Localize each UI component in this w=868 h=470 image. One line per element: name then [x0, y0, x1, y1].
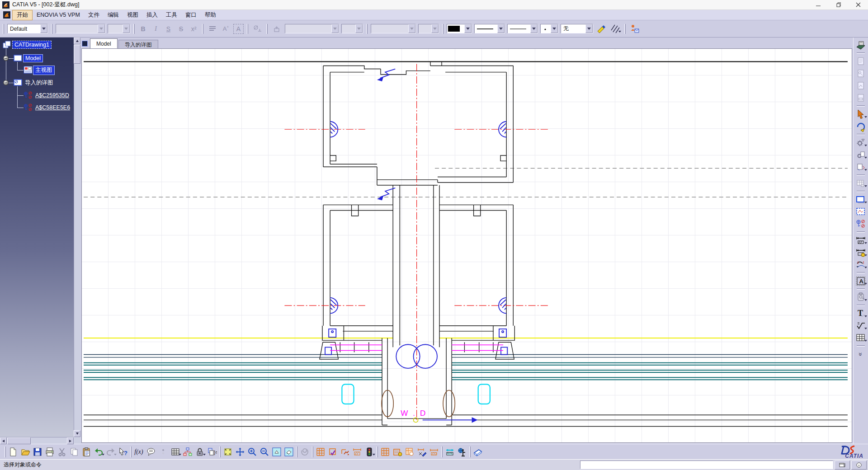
curve-dimension-button[interactable] [854, 258, 867, 271]
anchor-point-icon[interactable] [271, 23, 283, 35]
line-type-combo[interactable] [474, 24, 505, 33]
tolerance-size-combo[interactable] [418, 24, 439, 33]
parameters-gear-button[interactable] [854, 136, 867, 149]
maximize-button[interactable] [828, 0, 848, 9]
refresh-button[interactable] [299, 446, 311, 458]
zoom-in-button[interactable] [246, 446, 258, 458]
toolbar-drag-handle[interactable] [296, 446, 297, 457]
chained-dimensions-button[interactable] [854, 246, 867, 258]
doc-info-button[interactable] [851, 461, 867, 470]
view-wizard-button[interactable] [854, 177, 867, 189]
toolbar-drag-handle[interactable] [469, 446, 471, 457]
generate-dimensions-button[interactable] [392, 446, 403, 458]
sheet-transfer-button[interactable] [854, 161, 867, 173]
formula-button[interactable]: f(x) [133, 446, 145, 458]
new-document-button[interactable] [7, 446, 19, 458]
open-button[interactable] [19, 446, 31, 458]
tree-horizontal-scrollbar[interactable] [0, 437, 74, 444]
tree-node-root[interactable]: CATDrawing1 [2, 40, 52, 49]
command-input[interactable] [580, 461, 833, 469]
toolbar-drag-handle[interactable] [133, 24, 135, 34]
specification-tree[interactable]: CATDrawing1 Model 主视图 导入的详图 A$C259535D A… [0, 38, 80, 444]
copy-button[interactable] [68, 446, 80, 458]
whats-this-button[interactable]: ? [117, 446, 129, 458]
knowledge-button[interactable] [157, 446, 169, 458]
instantiate-component-button[interactable] [854, 149, 867, 161]
print-button[interactable] [44, 446, 56, 458]
snap-to-point-button[interactable] [327, 446, 339, 458]
new-sheet-button[interactable] [854, 55, 867, 67]
link-manager-icon[interactable] [629, 23, 641, 35]
sheet-layout-button[interactable] [854, 80, 867, 92]
drawing-canvas[interactable]: W . D [81, 48, 852, 443]
design-table-button[interactable] [170, 446, 181, 458]
menu-file[interactable]: 文件 [84, 10, 104, 20]
dimensions-button[interactable] [854, 234, 867, 246]
sheet-background-button[interactable] [854, 92, 867, 104]
text-size-increase-button[interactable]: A+ [221, 24, 231, 34]
scroll-right-button[interactable] [67, 437, 74, 444]
line-color-combo[interactable] [447, 24, 472, 33]
close-button[interactable] [848, 0, 868, 9]
quick-detail-view-button[interactable] [854, 218, 867, 230]
text-frame-button[interactable]: A [854, 275, 867, 287]
layer-combo[interactable]: 无 [561, 24, 593, 33]
tree-node-detail-2[interactable]: A$C58EE5E6 [24, 103, 72, 112]
line-thickness-combo[interactable] [507, 24, 538, 33]
tolerance-style-combo[interactable] [371, 24, 416, 33]
visualization-filter-button[interactable] [363, 446, 375, 458]
superscript-button[interactable]: x² [189, 24, 199, 34]
power-input-toggle-button[interactable] [835, 461, 850, 470]
font-combo[interactable] [56, 24, 105, 33]
menu-help[interactable]: 帮助 [201, 10, 220, 20]
text-button[interactable]: T [854, 307, 867, 320]
fit-all-in-button[interactable] [222, 446, 234, 458]
dimension-style-combo[interactable] [285, 24, 339, 33]
minimize-button[interactable] [808, 0, 828, 9]
point-type-combo[interactable] [540, 24, 558, 33]
lock-button[interactable] [194, 446, 206, 458]
tree-node-detail-1[interactable]: A$C259535D [24, 91, 71, 100]
toolbar-drag-handle[interactable] [202, 24, 203, 34]
bold-button[interactable]: B [138, 24, 148, 34]
dimension-edit-button[interactable] [416, 446, 428, 458]
datum-feature-button[interactable] [854, 291, 867, 303]
scroll-down-button[interactable] [74, 430, 80, 437]
analysis-display-button[interactable] [339, 446, 351, 458]
menu-window[interactable]: 窗口 [181, 10, 201, 20]
scroll-up-button[interactable] [74, 38, 80, 44]
grid-button[interactable] [315, 446, 326, 458]
toolbar-drag-handle[interactable] [3, 24, 4, 34]
scroll-thumb[interactable] [74, 45, 80, 64]
pan-button[interactable] [234, 446, 246, 458]
product-structure-button[interactable] [182, 446, 193, 458]
painter-icon[interactable] [595, 23, 607, 35]
front-view-button[interactable] [854, 193, 867, 206]
diameter-symbol-icon[interactable] [251, 23, 263, 35]
strikethrough-button[interactable]: S [176, 24, 186, 34]
toolbar-drag-handle[interactable] [219, 446, 221, 457]
toolbar-drag-handle[interactable] [624, 24, 626, 34]
undo-button[interactable] [93, 446, 104, 458]
sheet-management-button[interactable] [854, 39, 867, 51]
menu-tools[interactable]: 工具 [162, 10, 181, 20]
hatch-pattern-icon[interactable] [609, 23, 621, 35]
table-button[interactable] [854, 332, 867, 344]
italic-button[interactable]: I [151, 24, 161, 34]
underline-button[interactable]: S [163, 24, 174, 34]
equation-button[interactable] [854, 320, 867, 332]
analysis-grid-button[interactable] [379, 446, 391, 458]
measure-inertia-button[interactable] [456, 446, 468, 458]
toolbar-drag-handle[interactable] [366, 24, 368, 34]
tree-node-main-view[interactable]: 主视图 [24, 66, 55, 75]
tree-expand-handle[interactable] [3, 80, 9, 85]
justify-icon[interactable] [207, 23, 218, 35]
tree-expand-handle[interactable] [3, 56, 9, 61]
new-detail-sheet-button[interactable] [854, 67, 867, 80]
docked-window-icon[interactable] [82, 41, 88, 47]
toolbar-drag-handle[interactable] [130, 446, 132, 457]
select-arrow-button[interactable] [854, 108, 867, 120]
menu-enovia[interactable]: ENOVIA V5 VPM [33, 11, 84, 19]
update-button[interactable] [854, 120, 867, 132]
eraser-book-button[interactable] [472, 446, 484, 458]
